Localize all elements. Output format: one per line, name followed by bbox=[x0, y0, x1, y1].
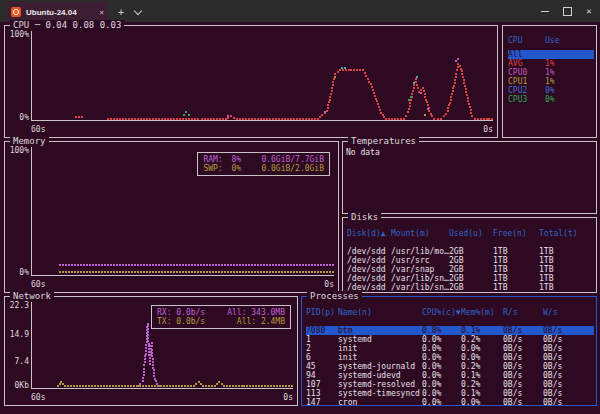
close-window-button[interactable]: ✕ bbox=[578, 0, 600, 22]
processes-panel[interactable]: Processes PID(p)Name(n)CPU%(c)▼Mem%(m)R/… bbox=[301, 296, 597, 406]
temperatures-panel[interactable]: Temperatures No data bbox=[342, 141, 597, 214]
cpu-legend-row-cpu0[interactable]: CPU01% bbox=[508, 68, 594, 77]
network-x-axis: 60s 0s bbox=[31, 392, 293, 403]
cpu-legend-header-use: Use bbox=[545, 36, 594, 45]
disk-row-4[interactable]: /dev/sdd/var/lib/sn…2GB1TB1TB bbox=[347, 283, 596, 292]
temperatures-panel-title: Temperatures bbox=[348, 136, 419, 147]
disk-row-1[interactable]: /dev/sdd/usr/src2GB1TB1TB bbox=[347, 256, 596, 265]
disks-header-1[interactable]: Mount(m) bbox=[391, 229, 449, 238]
memory-y-axis: 100% 0% bbox=[5, 142, 30, 277]
cpu-legend-row-cpu3[interactable]: CPU30% bbox=[508, 95, 594, 104]
minimize-icon bbox=[541, 11, 549, 12]
process-row-1[interactable]: 1systemd0.0%0.2%0B/s0B/s bbox=[306, 335, 594, 344]
cpu-legend-header[interactable]: CPU Use bbox=[508, 36, 594, 45]
processes-table: PID(p)Name(n)CPU%(c)▼Mem%(m)R/sW/s 7080b… bbox=[302, 297, 596, 405]
processes-header-4[interactable]: R/s bbox=[503, 308, 543, 317]
processes-header-2[interactable]: CPU%(c)▼ bbox=[422, 308, 461, 317]
ubuntu-logo-icon bbox=[11, 7, 21, 17]
memory-panel[interactable]: Memory 100% 0% 60s 0s RAM: 8% 0.6GiB/7.7… bbox=[4, 141, 339, 293]
network-legend-rx: RX: 0.0b/s All: 343.0MB bbox=[157, 308, 285, 317]
ram-label: RAM: bbox=[203, 155, 231, 164]
network-y-tick-2: 14.9 bbox=[10, 330, 29, 339]
swap-amount: 0.0GiB/2.0GiB bbox=[261, 164, 324, 173]
minimize-button[interactable] bbox=[534, 0, 556, 22]
memory-legend-ram: RAM: 8% 0.6GiB/7.7GiB bbox=[203, 155, 324, 164]
process-row-5[interactable]: 94systemd-udevd0.0%0.1%0B/s0B/s bbox=[306, 371, 594, 380]
disks-header-4[interactable]: Total(t) bbox=[539, 229, 596, 238]
cpu-x-left: 60s bbox=[31, 124, 45, 135]
network-x-left: 60s bbox=[31, 392, 45, 403]
network-y-tick-4: 0Kb bbox=[15, 381, 29, 390]
network-panel[interactable]: Network 22.3 14.9 7.4 0Kb 60s 0s RX: 0.0… bbox=[4, 296, 298, 406]
disk-row-0[interactable]: /dev/sdd/usr/lib/mo…2GB1TB1TB bbox=[347, 247, 596, 256]
memory-legend-swap: SWP: 0% 0.0GiB/2.0GiB bbox=[203, 164, 324, 173]
disks-header-row[interactable]: Disk(d)▲Mount(m)Used(u)Free(n)Total(t) bbox=[347, 229, 596, 238]
processes-header-1[interactable]: Name(n) bbox=[338, 308, 422, 317]
network-y-tick-1: 22.3 bbox=[10, 301, 29, 310]
swap-label: SWP: bbox=[203, 164, 231, 173]
processes-header-3[interactable]: Mem%(m) bbox=[461, 308, 503, 317]
tx-rate: TX: 0.0b/s bbox=[157, 317, 205, 326]
maximize-button[interactable] bbox=[556, 0, 578, 22]
chevron-down-icon bbox=[134, 6, 142, 14]
processes-header-0[interactable]: PID(p) bbox=[306, 308, 338, 317]
cpu-y-min: 0% bbox=[19, 113, 29, 122]
cpu-y-axis: 100% 0% bbox=[5, 26, 30, 122]
process-row-3[interactable]: 6init0.0%0.0%0B/s0B/s bbox=[306, 353, 594, 362]
rx-rate: RX: 0.0b/s bbox=[157, 308, 205, 317]
process-row-4[interactable]: 45systemd-journald0.0%0.2%0B/s0B/s bbox=[306, 362, 594, 371]
cpu-legend-header-cpu: CPU bbox=[508, 36, 545, 45]
cpu-legend-panel[interactable]: CPU Use AllAVG1%CPU01%CPU11%CPU20%CPU30% bbox=[502, 25, 597, 138]
memory-x-right: 0s bbox=[324, 279, 334, 290]
cpu-panel[interactable]: CPU ─ 0.04 0.08 0.03 100% 0% 60s 0s bbox=[4, 25, 498, 138]
cpu-y-max: 100% bbox=[10, 30, 29, 39]
close-icon: ✕ bbox=[586, 7, 591, 16]
disks-header-2[interactable]: Used(u) bbox=[449, 229, 493, 238]
memory-x-axis: 60s 0s bbox=[31, 279, 334, 290]
disks-header-0[interactable]: Disk(d)▲ bbox=[347, 229, 391, 238]
cpu-legend-row-all[interactable]: All bbox=[508, 50, 594, 59]
cpu-legend-row-cpu2[interactable]: CPU20% bbox=[508, 86, 594, 95]
cpu-x-right: 0s bbox=[483, 124, 493, 135]
disk-row-2[interactable]: /dev/sdd/var/snap2GB1TB1TB bbox=[347, 265, 596, 274]
new-tab-button[interactable]: + bbox=[113, 2, 129, 22]
maximize-icon bbox=[563, 7, 572, 16]
memory-y-min: 0% bbox=[19, 268, 29, 277]
cpu-plot bbox=[31, 31, 493, 121]
network-y-axis: 22.3 14.9 7.4 0Kb bbox=[5, 297, 30, 390]
process-row-2[interactable]: 2init0.0%0.0%0B/s0B/s bbox=[306, 344, 594, 353]
temperatures-no-data: No data bbox=[346, 148, 380, 157]
process-row-8[interactable]: 147cron0.0%0.0%0B/s0B/s bbox=[306, 398, 594, 405]
ram-amount: 0.6GiB/7.7GiB bbox=[261, 155, 324, 164]
cpu-legend-row-avg[interactable]: AVG1% bbox=[508, 59, 594, 68]
ram-percent: 8% bbox=[231, 155, 261, 164]
memory-legend: RAM: 8% 0.6GiB/7.7GiB SWP: 0% 0.0GiB/2.0… bbox=[197, 152, 330, 176]
window-titlebar: Ubuntu-24.04 ✕ + ✕ bbox=[0, 0, 600, 22]
process-row-6[interactable]: 107systemd-resolved0.0%0.2%0B/s0B/s bbox=[306, 380, 594, 389]
tab-dropdown-button[interactable] bbox=[130, 2, 146, 22]
memory-y-max: 100% bbox=[10, 146, 29, 155]
memory-x-left: 60s bbox=[31, 279, 45, 290]
swap-percent: 0% bbox=[231, 164, 261, 173]
rx-total: All: 343.0MB bbox=[227, 308, 285, 317]
process-row-0[interactable]: 7080btm0.8%0.1%0B/s0B/s bbox=[306, 326, 594, 335]
terminal-window: Ubuntu-24.04 ✕ + ✕ CPU ─ 0.04 0.08 0.03 … bbox=[0, 0, 600, 414]
disks-rows: /dev/sdd/usr/lib/mo…2GB1TB1TB/dev/sdd/us… bbox=[347, 247, 596, 292]
disks-table: Disk(d)▲Mount(m)Used(u)Free(n)Total(t) /… bbox=[343, 218, 596, 292]
disks-panel[interactable]: Disks Disk(d)▲Mount(m)Used(u)Free(n)Tota… bbox=[342, 217, 597, 293]
processes-rows: 7080btm0.8%0.1%0B/s0B/s1systemd0.0%0.2%0… bbox=[306, 326, 596, 405]
cpu-x-axis: 60s 0s bbox=[31, 124, 493, 135]
cpu-legend-table: CPU Use AllAVG1%CPU01%CPU11%CPU20%CPU30% bbox=[503, 26, 596, 137]
tab-close-button[interactable]: ✕ bbox=[99, 8, 104, 17]
processes-header-5[interactable]: W/s bbox=[543, 308, 594, 317]
processes-header-row[interactable]: PID(p)Name(n)CPU%(c)▼Mem%(m)R/sW/s bbox=[306, 308, 594, 317]
network-y-tick-3: 7.4 bbox=[15, 357, 29, 366]
plus-icon: + bbox=[118, 7, 124, 18]
process-row-7[interactable]: 113systemd-timesyncd0.0%0.1%0B/s0B/s bbox=[306, 389, 594, 398]
close-icon: ✕ bbox=[99, 8, 104, 17]
cpu-legend-row-cpu1[interactable]: CPU11% bbox=[508, 77, 594, 86]
disk-row-3[interactable]: /dev/sdd/var/lib/sn…2GB1TB1TB bbox=[347, 274, 596, 283]
terminal-tab[interactable]: Ubuntu-24.04 ✕ bbox=[7, 2, 108, 22]
disks-header-3[interactable]: Free(n) bbox=[493, 229, 539, 238]
tab-title: Ubuntu-24.04 bbox=[26, 8, 96, 17]
